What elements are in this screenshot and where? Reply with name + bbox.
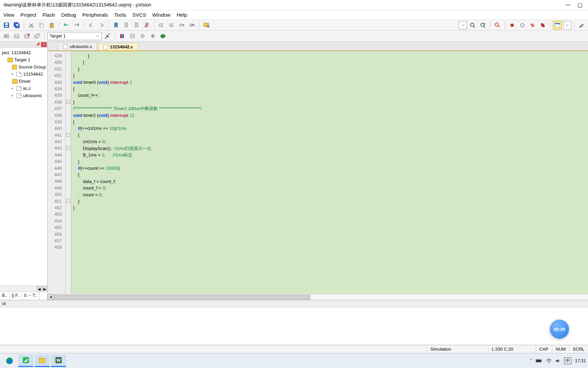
translate-icon[interactable] [2,32,11,41]
tree-expand-icon[interactable]: + [11,72,15,77]
breakpoint-disable-icon[interactable] [518,21,527,30]
tray-battery-icon[interactable] [536,359,542,363]
code-line[interactable]: count_f++; [73,92,586,98]
breakpoint-kill-icon[interactable] [528,21,537,30]
target-combo[interactable]: Target 1 [47,32,102,40]
bookmark-clear-icon[interactable] [142,21,151,30]
code-line[interactable]: B_1ms = 1; //1ms标志 [73,152,586,158]
menu-window[interactable]: Window [152,12,170,18]
breakpoint-killall-icon[interactable] [538,21,547,30]
menu-view[interactable]: View [3,12,14,18]
scroll-left-button[interactable]: ◄ [48,294,54,300]
breakpoint-insert-icon[interactable] [508,21,517,30]
indent-icon[interactable] [157,21,166,30]
code-line[interactable]: count_f = 0; [73,185,586,191]
save-all-icon[interactable] [12,21,21,30]
bookmark-next-icon[interactable] [132,21,141,30]
code-line[interactable]: { [73,119,586,125]
code-line[interactable]: count = 0; [73,191,586,198]
fold-toggle-icon[interactable]: − [66,146,70,150]
code-body[interactable]: } } }}void timer0 (void) interrupt 1{ co… [71,51,588,294]
copy-icon[interactable] [37,21,46,30]
bookmark-prev-icon[interactable] [122,21,131,30]
comment-icon[interactable]: //≡ [177,21,186,30]
file-extensions-icon[interactable] [128,32,137,41]
find-dropdown[interactable] [459,21,467,29]
code-line[interactable]: DisplayScan(); //1ms扫描显示一位 [73,145,586,152]
tray-wifi-icon[interactable] [546,358,552,363]
recording-timer-badge[interactable]: 00:39 [550,320,569,339]
menu-help[interactable]: Help [177,12,187,18]
configure-icon[interactable] [577,21,586,30]
bookmark-toggle-icon[interactable] [112,21,120,30]
nav-back-icon[interactable] [87,21,96,30]
tree-item[interactable]: Source Group [1,63,47,71]
taskbar-edge-icon[interactable] [2,355,17,367]
manage-multi-icon[interactable] [148,32,157,41]
uncomment-icon[interactable]: //≡ [187,21,196,30]
code-line[interactable]: } [73,158,586,165]
scroll-track[interactable] [54,294,588,300]
rebuild-icon[interactable] [22,32,31,41]
pin-icon[interactable]: 📌 [36,42,40,47]
close-panel-icon[interactable]: ✕ [41,42,47,47]
code-editor[interactable]: 4294304314324334344354364374384394404414… [48,51,588,294]
code-line[interactable]: { [73,132,586,138]
code-line[interactable]: } [73,198,586,204]
build-icon[interactable] [12,32,21,41]
pack-installer-icon[interactable] [159,32,167,41]
window-layout-dropdown[interactable] [563,21,571,29]
tree-expand-icon[interactable]: + [11,93,15,98]
manage-books-icon[interactable] [118,32,127,41]
code-line[interactable]: } [73,99,586,105]
find-icon[interactable] [468,21,477,30]
taskbar-app-icon[interactable] [18,355,33,367]
taskbar-wps-icon[interactable]: W [51,355,66,367]
redo-icon[interactable] [72,21,81,30]
window-layout-icon[interactable] [553,21,562,30]
tray-chevron-icon[interactable]: ˄ [530,358,532,363]
code-line[interactable]: } [73,52,586,59]
code-line[interactable]: } [73,72,586,79]
menu-project[interactable]: Project [20,12,36,18]
minimize-button[interactable]: — [565,2,571,8]
menu-svcs[interactable]: SVCS [132,12,146,18]
file-tab[interactable]: ultrasonic.c [58,42,97,50]
tree-item[interactable]: Driver [1,78,47,85]
tree-item[interactable]: +ultrasonic [1,92,47,99]
cut-icon[interactable] [27,21,36,30]
incremental-find-icon[interactable] [478,21,487,30]
code-line[interactable]: } [73,59,586,65]
tray-clock[interactable]: 17:31 [575,358,586,363]
output-body[interactable] [0,307,588,345]
code-line[interactable]: void timer2 (void) interrupt 12 [73,112,586,119]
code-line[interactable]: } [73,204,586,211]
fold-toggle-icon[interactable]: − [66,199,70,203]
tree-item[interactable]: +iic.c [1,85,47,92]
taskbar-explorer-icon[interactable] [35,355,50,367]
maximize-button[interactable]: ▢ [577,2,583,8]
project-subtab[interactable]: B.. [0,292,10,300]
code-line[interactable]: data_f = count_f; [73,178,586,185]
code-line[interactable]: void timer0 (void) interrupt 1 [73,79,586,86]
outdent-icon[interactable] [167,21,176,30]
scroll-left-icon[interactable]: ◄ [37,286,42,291]
debug-start-icon[interactable] [493,21,502,30]
find-in-files-icon[interactable] [202,21,211,30]
tree-item[interactable]: +13154642. [1,71,47,78]
code-line[interactable]: if(++count == 10000) [73,165,586,171]
code-line[interactable]: /********************** Timer2 100us中断函数… [73,105,586,112]
undo-icon[interactable] [62,21,71,30]
batch-build-icon[interactable]: LOAD [33,32,42,41]
menu-tools[interactable]: Tools [114,12,126,18]
file-tab[interactable]: 13154642.c [98,43,138,51]
fold-toggle-icon[interactable]: − [66,133,70,137]
menu-peripherals[interactable]: Peripherals [82,12,108,18]
code-line[interactable]: if(++cnt1ms == 10)//1ms [73,125,586,132]
tree-expand-icon[interactable]: + [11,86,15,91]
code-line[interactable]: { [73,171,586,178]
scroll-right-icon[interactable]: ► [42,286,47,291]
code-line[interactable]: cnt1ms = 0; [73,138,586,145]
tree-hscroll[interactable]: ◄ ► [0,286,47,292]
paste-icon[interactable] [47,21,56,30]
